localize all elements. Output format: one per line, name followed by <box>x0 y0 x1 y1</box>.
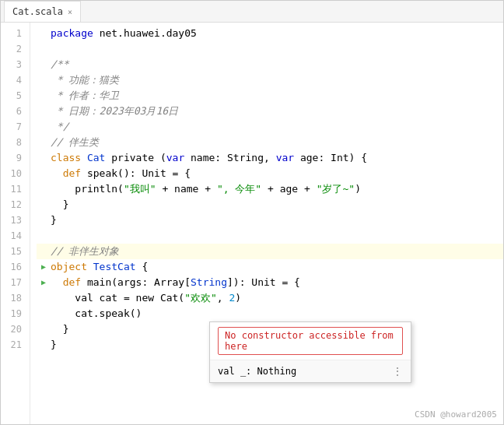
code-token: ( <box>117 181 124 197</box>
line-number: 21 <box>1 337 25 353</box>
code-line: } <box>37 197 503 212</box>
code-token: /** <box>51 57 68 72</box>
code-token: def <box>51 275 87 290</box>
line-number: 13 <box>1 212 25 228</box>
popup-body: val _: Nothing⋮ <box>210 360 411 382</box>
code-token: } <box>51 212 57 228</box>
code-line: /** <box>37 57 503 72</box>
line-number: 3 <box>1 57 25 72</box>
code-token: main <box>87 275 111 290</box>
line-number: 11 <box>1 181 25 197</box>
code-token: "岁了~" <box>317 181 355 197</box>
code-token: * 功能：猫类 <box>51 72 119 88</box>
gutter-arrow: ▶ <box>37 259 51 275</box>
code-line: val cat = new Cat("欢欢", 2) <box>37 290 503 306</box>
code-token: (): Unit = { <box>117 166 191 181</box>
code-token: "欢欢" <box>184 290 217 306</box>
code-token: age <box>300 150 318 166</box>
popup-header: No constructor accessible from here <box>210 322 411 360</box>
code-line: * 日期：2023年03月16日 <box>37 104 503 119</box>
code-line: } <box>37 212 503 228</box>
code-token: + age + <box>261 181 316 197</box>
code-line <box>37 41 503 57</box>
line-number: 9 <box>1 150 25 166</box>
code-line: * 功能：猫类 <box>37 72 503 88</box>
code-token: def <box>51 166 87 181</box>
code-line: ▶ def main(args: Array[String]): Unit = … <box>37 275 503 290</box>
code-token: Cat <box>87 150 105 166</box>
code-line: ▶object TestCat { <box>37 259 503 275</box>
code-line: */ <box>37 119 503 135</box>
line-number: 15 <box>1 244 25 259</box>
code-token: cat.speak() <box>51 306 142 321</box>
code-token: ) <box>355 181 361 197</box>
code-token: // 非伴生对象 <box>51 244 119 259</box>
code-line: * 作者：华卫 <box>37 88 503 104</box>
line-number: 6 <box>1 104 25 119</box>
code-token: // 伴生类 <box>51 135 99 150</box>
code-token: ", 今年" <box>217 181 261 197</box>
popup-val-text: val _: Nothing <box>218 366 296 377</box>
code-token <box>51 181 75 197</box>
code-token: */ <box>51 119 68 135</box>
code-token: class <box>51 150 87 166</box>
line-number: 1 <box>1 26 25 41</box>
code-line: def speak(): Unit = { <box>37 166 503 181</box>
code-line: class Cat private (var name: String, var… <box>37 150 503 166</box>
code-token: (args: Array[ <box>111 275 191 290</box>
expand-arrow-icon[interactable]: ▶ <box>41 259 46 275</box>
line-number: 12 <box>1 197 25 212</box>
watermark: CSDN @howard2005 <box>415 409 497 420</box>
error-popup: No constructor accessible from hereval _… <box>209 321 411 383</box>
code-area: 123456789101112131415161718192021 packag… <box>1 23 503 424</box>
tab-bar: Cat.scala × <box>1 1 503 23</box>
expand-arrow-icon[interactable]: ▶ <box>41 275 46 290</box>
code-token: } <box>51 197 68 212</box>
line-number: 4 <box>1 72 25 88</box>
code-token: net.huawei.day05 <box>100 26 197 41</box>
code-token: package <box>51 26 100 41</box>
line-number: 17 <box>1 275 25 290</box>
code-token: private ( <box>105 150 166 166</box>
code-token: } <box>51 321 68 337</box>
tab-close-icon[interactable]: × <box>68 8 72 16</box>
code-token: var <box>276 150 300 166</box>
file-tab[interactable]: Cat.scala × <box>4 1 81 22</box>
line-number: 10 <box>1 166 25 181</box>
code-token: name <box>191 150 215 166</box>
code-token: : String, <box>215 150 275 166</box>
code-token: , <box>217 290 229 306</box>
editor-container: Cat.scala × 1234567891011121314151617181… <box>0 0 504 425</box>
line-number: 7 <box>1 119 25 135</box>
code-token: String <box>191 275 227 290</box>
line-number: 20 <box>1 321 25 337</box>
code-token: ]): Unit = { <box>227 275 300 290</box>
line-number: 14 <box>1 228 25 244</box>
code-line <box>37 228 503 244</box>
code-token: println <box>75 181 117 197</box>
line-number: 18 <box>1 290 25 306</box>
tab-label: Cat.scala <box>12 6 63 17</box>
line-number: 5 <box>1 88 25 104</box>
code-lines: package net.huawei.day05/** * 功能：猫类 * 作者… <box>30 23 503 424</box>
code-line: cat.speak() <box>37 306 503 321</box>
gutter-arrow: ▶ <box>37 275 51 290</box>
code-token: + name + <box>156 181 217 197</box>
code-token: speak <box>87 166 117 181</box>
code-token: 2 <box>229 290 236 306</box>
code-line: package net.huawei.day05 <box>37 26 503 41</box>
code-token: object <box>51 259 93 275</box>
code-line: println("我叫" + name + ", 今年" + age + "岁了… <box>37 181 503 197</box>
code-line: // 非伴生对象 <box>37 244 503 259</box>
line-number: 8 <box>1 135 25 150</box>
line-number: 16 <box>1 259 25 275</box>
code-token: ) <box>235 290 241 306</box>
code-line: // 伴生类 <box>37 135 503 150</box>
line-numbers: 123456789101112131415161718192021 <box>1 23 30 424</box>
code-token: val cat = new Cat( <box>51 290 184 306</box>
line-number: 19 <box>1 306 25 321</box>
code-token: * 作者：华卫 <box>51 88 119 104</box>
code-token: var <box>166 150 191 166</box>
code-token: { <box>136 259 149 275</box>
popup-more-icon[interactable]: ⋮ <box>392 365 403 378</box>
